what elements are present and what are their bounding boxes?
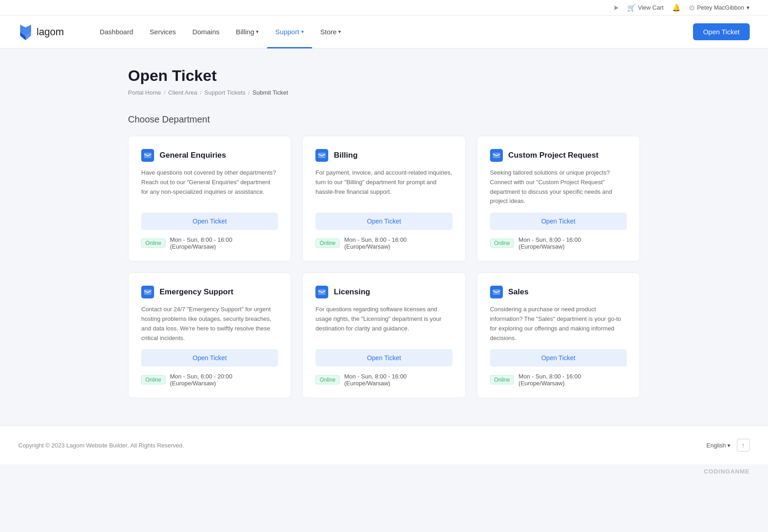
dept-card-header-licensing: Licensing [315,286,452,298]
breadcrumb-submit-ticket: Submit Ticket [252,89,288,96]
footer-right: English ▾ ↑ [706,439,750,452]
footer-back-to-top[interactable]: ↑ [737,439,750,452]
svg-rect-3 [144,289,151,295]
status-badge-licensing: Online [315,375,340,384]
svg-rect-4 [318,289,325,295]
breadcrumb-sep-2: / [200,89,202,96]
open-ticket-btn-billing[interactable]: Open Ticket [315,213,452,230]
nav-links: Dashboard Services Domains Billing ▾ Sup… [91,16,693,48]
nav-billing[interactable]: Billing ▾ [228,16,267,48]
nav-store-label: Store [320,28,337,36]
watermark: CODINGANME [0,464,768,480]
breadcrumb-support-tickets[interactable]: Support Tickets [204,89,245,96]
breadcrumb-sep-3: / [248,89,250,96]
dept-desc-billing: For payment, invoice, and account-relate… [315,168,452,206]
choose-department-section: Choose Department General Enquiries Have… [128,114,640,398]
dept-card-header-sales: Sales [490,286,627,298]
top-bar-notification[interactable]: 🔔 [672,4,681,12]
open-ticket-btn-sales[interactable]: Open Ticket [490,349,627,367]
dept-desc-sales: Considering a purchase or need product i… [490,305,627,343]
nav-services[interactable]: Services [141,16,184,48]
nav-dashboard-label: Dashboard [100,28,133,36]
breadcrumb-sep-1: / [164,89,165,96]
nav-store[interactable]: Store ▾ [312,16,350,48]
dept-desc-custom-project-request: Seeking tailored solutions or unique pro… [490,168,627,206]
dept-footer-licensing: Online Mon - Sun, 8:00 - 16:00 (Europe/W… [315,373,452,387]
dept-desc-general-enquiries: Have questions not covered by other depa… [141,168,278,206]
footer-language-selector[interactable]: English ▾ [706,442,731,449]
dept-name-custom-project-request: Custom Project Request [508,151,598,160]
dept-desc-emergency-support: Contact our 24/7 "Emergency Support" for… [141,305,278,343]
top-bar: ➤ 🛒 View Cart 🔔 ⊙ Petey MacGibbon ▾ [0,0,768,16]
dept-name-general-enquiries: General Enquiries [160,151,226,160]
store-caret-icon: ▾ [338,29,341,35]
logo-icon [18,24,33,40]
status-badge-general-enquiries: Online [141,239,165,248]
dept-icon-sales [490,286,503,298]
footer-lang-caret-icon: ▾ [727,442,731,449]
dept-icon-emergency-support [141,286,154,298]
dept-icon-custom-project-request [490,149,503,162]
nav-support[interactable]: Support ▾ [267,16,312,48]
dept-footer-general-enquiries: Online Mon - Sun, 8:00 - 16:00 (Europe/W… [141,236,278,250]
status-badge-sales: Online [490,375,514,384]
open-ticket-btn-general-enquiries[interactable]: Open Ticket [141,213,278,230]
dept-card-header-billing: Billing [315,149,452,162]
dept-footer-emergency-support: Online Mon - Sun, 6:00 - 20:00 (Europe/W… [141,373,278,387]
dept-name-sales: Sales [508,287,528,297]
dept-card-billing: Billing For payment, invoice, and accoun… [302,136,465,261]
top-bar-user[interactable]: ⊙ Petey MacGibbon ▾ [689,4,750,12]
page-content: Open Ticket Portal Home / Client Area / … [110,48,658,426]
top-bar-cart[interactable]: 🛒 View Cart [627,4,664,12]
dept-card-licensing: Licensing For questions regarding softwa… [302,272,465,398]
breadcrumb-portal-home[interactable]: Portal Home [128,89,161,96]
logo[interactable]: lagom [18,24,64,40]
svg-rect-1 [318,153,325,158]
open-ticket-btn-emergency-support[interactable]: Open Ticket [141,349,278,367]
nav-support-label: Support [275,28,299,36]
dept-card-emergency-support: Emergency Support Contact our 24/7 "Emer… [128,272,291,398]
dept-name-emergency-support: Emergency Support [160,287,234,297]
dept-hours-licensing: Mon - Sun, 8:00 - 16:00 (Europe/Warsaw) [344,373,453,387]
nav-billing-label: Billing [236,28,254,36]
open-ticket-btn-licensing[interactable]: Open Ticket [315,349,452,367]
nav-dashboard[interactable]: Dashboard [91,16,141,48]
dept-hours-sales: Mon - Sun, 8:00 - 16:00 (Europe/Warsaw) [518,373,627,387]
user-icon: ⊙ [689,4,695,12]
cart-icon: 🛒 [627,4,636,12]
breadcrumb-client-area[interactable]: Client Area [168,89,197,96]
nav-domains[interactable]: Domains [184,16,228,48]
footer-copyright: Copyright © 2023 Lagom Website Builder. … [18,442,184,449]
share-icon: ➤ [613,4,619,12]
main-nav: lagom Dashboard Services Domains Billing… [0,16,768,48]
section-title: Choose Department [128,114,640,125]
dept-hours-emergency-support: Mon - Sun, 6:00 - 20:00 (Europe/Warsaw) [170,373,278,387]
top-bar-share[interactable]: ➤ [613,4,619,12]
status-badge-billing: Online [315,239,340,248]
support-caret-icon: ▾ [301,29,304,35]
dept-footer-custom-project-request: Online Mon - Sun, 8:00 - 16:00 (Europe/W… [490,236,627,250]
nav-open-ticket-button[interactable]: Open Ticket [693,23,750,40]
page-title: Open Ticket [128,67,640,85]
dept-card-sales: Sales Considering a purchase or need pro… [477,272,640,398]
dept-card-custom-project-request: Custom Project Request Seeking tailored … [477,136,640,261]
dept-footer-billing: Online Mon - Sun, 8:00 - 16:00 (Europe/W… [315,236,452,250]
dept-hours-custom-project-request: Mon - Sun, 8:00 - 16:00 (Europe/Warsaw) [518,236,627,250]
nav-services-label: Services [149,28,176,36]
footer: Copyright © 2023 Lagom Website Builder. … [0,426,768,464]
dept-icon-general-enquiries [141,149,154,162]
arrow-up-icon: ↑ [742,442,745,449]
dept-card-header-custom-project-request: Custom Project Request [490,149,627,162]
status-badge-custom-project-request: Online [490,239,514,248]
nav-domains-label: Domains [192,28,219,36]
view-cart-label: View Cart [638,4,664,11]
page-header: Open Ticket Portal Home / Client Area / … [128,67,640,96]
dept-icon-licensing [315,286,328,298]
logo-text: lagom [37,26,64,38]
bell-icon: 🔔 [672,4,681,12]
dept-card-header-emergency-support: Emergency Support [141,286,278,298]
dept-name-billing: Billing [334,151,357,160]
user-name: Petey MacGibbon [697,4,744,11]
open-ticket-btn-custom-project-request[interactable]: Open Ticket [490,213,627,230]
billing-caret-icon: ▾ [256,29,259,35]
